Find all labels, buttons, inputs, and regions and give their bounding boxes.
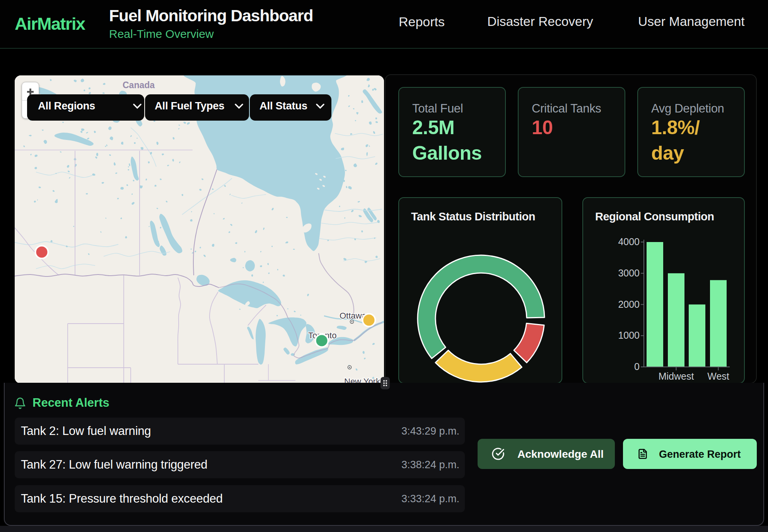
svg-text:1000: 1000	[618, 330, 640, 341]
svg-text:Canada: Canada	[123, 80, 155, 90]
svg-text:3000: 3000	[618, 268, 640, 278]
svg-text:2000: 2000	[618, 299, 640, 310]
svg-text:Midwest: Midwest	[659, 371, 694, 382]
svg-text:West: West	[707, 371, 729, 382]
svg-text:0: 0	[634, 361, 640, 372]
svg-text:4000: 4000	[618, 236, 640, 247]
